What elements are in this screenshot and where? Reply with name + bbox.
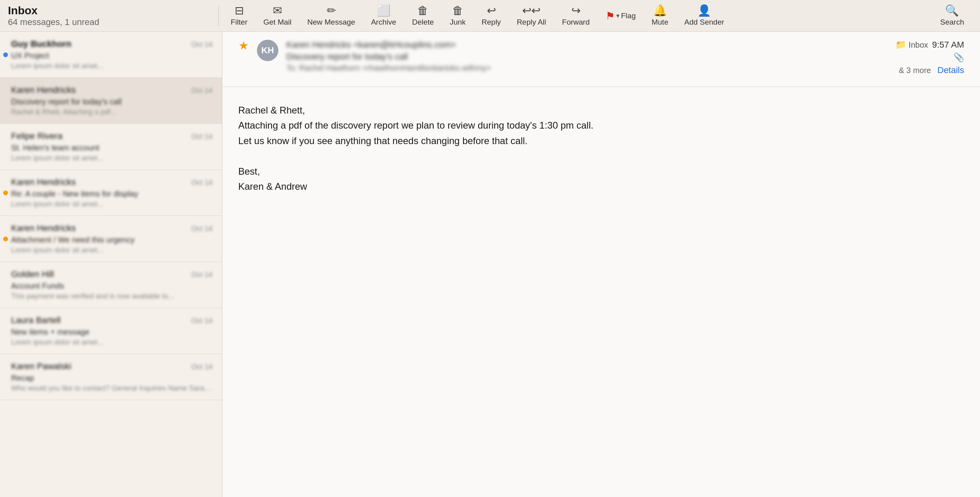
toolbar-divider xyxy=(218,6,219,26)
message-header: Karen Pawalski Oct 14 xyxy=(11,361,212,372)
get-mail-icon: ✉ xyxy=(273,5,282,16)
list-item[interactable]: Karen Pawalski Oct 14 Recap Who would yo… xyxy=(0,354,222,400)
avatar: KH xyxy=(257,40,278,61)
forward-label: Forward xyxy=(562,18,590,27)
flag-indicator xyxy=(3,237,8,241)
junk-label: Junk xyxy=(450,18,466,27)
inbox-header: Inbox 64 messages, 1 unread xyxy=(8,4,214,27)
get-mail-label: Get Mail xyxy=(263,18,291,27)
body-line2: Let us know if you see anything that nee… xyxy=(238,133,964,148)
message-preview: Lorem ipsum dolor sit amet... xyxy=(11,246,212,254)
message-sender: Karen Hendricks xyxy=(11,177,76,187)
toolbar-actions: ⊟ Filter ✉ Get Mail ✏ New Message ⬜ Arch… xyxy=(223,2,972,30)
email-meta-right: 📁 Inbox 9:57 AM 📎 & 3 more Details xyxy=(895,40,964,75)
message-date: Oct 14 xyxy=(191,87,212,95)
main-content: Guy Buckhorn Oct 14 UX Project Lorem ips… xyxy=(0,32,980,497)
message-preview: Lorem ipsum dolor sit amet... xyxy=(11,338,212,347)
unread-indicator xyxy=(3,52,8,57)
list-item[interactable]: Golden Hill Oct 14 Account Funds This pa… xyxy=(0,262,222,308)
message-header: Laura Bartell Oct 14 xyxy=(11,315,212,326)
flag-label: Flag xyxy=(621,12,636,20)
add-sender-button[interactable]: 👤 Add Sender xyxy=(676,2,732,30)
forward-icon: ↪ xyxy=(571,5,581,16)
delete-button[interactable]: 🗑 Delete xyxy=(404,2,442,30)
archive-label: Archive xyxy=(371,18,396,27)
inbox-badge-row: 📁 Inbox 9:57 AM xyxy=(895,40,964,50)
archive-icon: ⬜ xyxy=(377,5,391,16)
message-sender: Golden Hill xyxy=(11,269,54,279)
message-header: Karen Hendricks Oct 14 xyxy=(11,223,212,233)
body-from: Karen & Andrew xyxy=(238,179,964,194)
mute-icon: 🔔 xyxy=(653,5,667,16)
forward-button[interactable]: ↪ Forward xyxy=(554,2,598,30)
message-sender: Laura Bartell xyxy=(11,315,61,326)
message-date: Oct 14 xyxy=(191,363,212,371)
message-date: Oct 14 xyxy=(191,317,212,325)
list-item[interactable]: Karen Hendricks Oct 14 Re: A couple - Ne… xyxy=(0,170,222,216)
folder-icon: 📁 xyxy=(895,40,906,50)
message-date: Oct 14 xyxy=(191,271,212,279)
mute-label: Mute xyxy=(652,18,668,27)
list-item[interactable]: Laura Bartell Oct 14 New items + message… xyxy=(0,308,222,354)
email-time: 9:57 AM xyxy=(932,40,964,50)
reply-icon: ↩ xyxy=(487,5,496,16)
list-item[interactable]: Felipe Rivera Oct 14 St. Helen's team ac… xyxy=(0,124,222,170)
message-subject: St. Helen's team account xyxy=(11,143,212,152)
reply-button[interactable]: ↩ Reply xyxy=(474,2,509,30)
message-subject: Discovery report for today's call xyxy=(11,97,212,106)
filter-button[interactable]: ⊟ Filter xyxy=(223,2,255,30)
message-preview: Lorem ipsum dolor sit amet... xyxy=(11,200,212,208)
list-item[interactable]: Guy Buckhorn Oct 14 UX Project Lorem ips… xyxy=(0,32,222,78)
flag-icon: ⚑ xyxy=(606,11,615,21)
email-subject: Discovery report for today's call xyxy=(286,52,887,62)
list-item[interactable]: Karen Hendricks Oct 14 Attachment / We n… xyxy=(0,216,222,262)
reply-label: Reply xyxy=(482,18,501,27)
get-mail-button[interactable]: ✉ Get Mail xyxy=(255,2,299,30)
message-sender: Felipe Rivera xyxy=(11,131,63,141)
junk-icon: 🗑 xyxy=(452,5,463,16)
message-subject: UX Project xyxy=(11,51,212,60)
mute-button[interactable]: 🔔 Mute xyxy=(644,2,676,30)
star-icon[interactable]: ★ xyxy=(238,40,249,52)
search-button[interactable]: 🔍 Search xyxy=(932,2,972,30)
message-header: Felipe Rivera Oct 14 xyxy=(11,131,212,141)
message-preview: This payment was verified and is now ava… xyxy=(11,292,212,301)
message-header: Karen Hendricks Oct 14 xyxy=(11,85,212,95)
message-sender: Karen Hendricks xyxy=(11,223,76,233)
message-subject: New items + message xyxy=(11,327,212,337)
flag-button[interactable]: ⚑ ▾ Flag xyxy=(598,8,644,24)
message-date: Oct 14 xyxy=(191,133,212,141)
filter-label: Filter xyxy=(231,18,247,27)
email-info: Karen Hendricks <karen@kHcouplins.com> D… xyxy=(286,40,887,73)
new-message-button[interactable]: ✏ New Message xyxy=(299,2,363,30)
message-header: Golden Hill Oct 14 xyxy=(11,269,212,279)
body-greeting: Rachel & Rhett, xyxy=(238,103,964,118)
message-subject: Attachment / We need this urgency xyxy=(11,235,212,245)
delete-icon: 🗑 xyxy=(417,5,428,16)
message-sender: Guy Buckhorn xyxy=(11,39,71,49)
add-sender-icon: 👤 xyxy=(697,5,711,16)
folder-badge: 📁 Inbox xyxy=(895,40,928,50)
inbox-title: Inbox xyxy=(8,4,206,17)
message-preview: Lorem ipsum dolor sit amet... xyxy=(11,154,212,162)
reply-all-button[interactable]: ↩↩ Reply All xyxy=(509,2,554,30)
inbox-subtitle: 64 messages, 1 unread xyxy=(8,17,206,27)
message-subject: Account Funds xyxy=(11,281,212,291)
junk-button[interactable]: 🗑 Junk xyxy=(442,2,474,30)
details-link[interactable]: Details xyxy=(938,65,964,75)
email-body: Rachel & Rhett, Attaching a pdf of the d… xyxy=(222,87,980,497)
list-item[interactable]: Karen Hendricks Oct 14 Discovery report … xyxy=(0,78,222,124)
flag-indicator xyxy=(3,191,8,195)
email-to: To: Rachel Hawthorn <rhawthornHamiltonba… xyxy=(286,64,887,73)
message-subject: Re: A couple - New items for display xyxy=(11,189,212,198)
message-date: Oct 14 xyxy=(191,179,212,187)
body-sign: Best, xyxy=(238,164,964,179)
email-sender: Karen Hendricks <karen@kHcouplins.com> xyxy=(286,40,887,50)
delete-label: Delete xyxy=(412,18,434,27)
more-recipients: & 3 more xyxy=(899,66,931,75)
email-detail: ★ KH Karen Hendricks <karen@kHcouplins.c… xyxy=(222,32,980,497)
filter-icon: ⊟ xyxy=(235,5,244,16)
archive-button[interactable]: ⬜ Archive xyxy=(363,2,404,30)
toolbar: Inbox 64 messages, 1 unread ⊟ Filter ✉ G… xyxy=(0,0,980,32)
message-preview: Lorem ipsum dolor sit amet... xyxy=(11,62,212,70)
